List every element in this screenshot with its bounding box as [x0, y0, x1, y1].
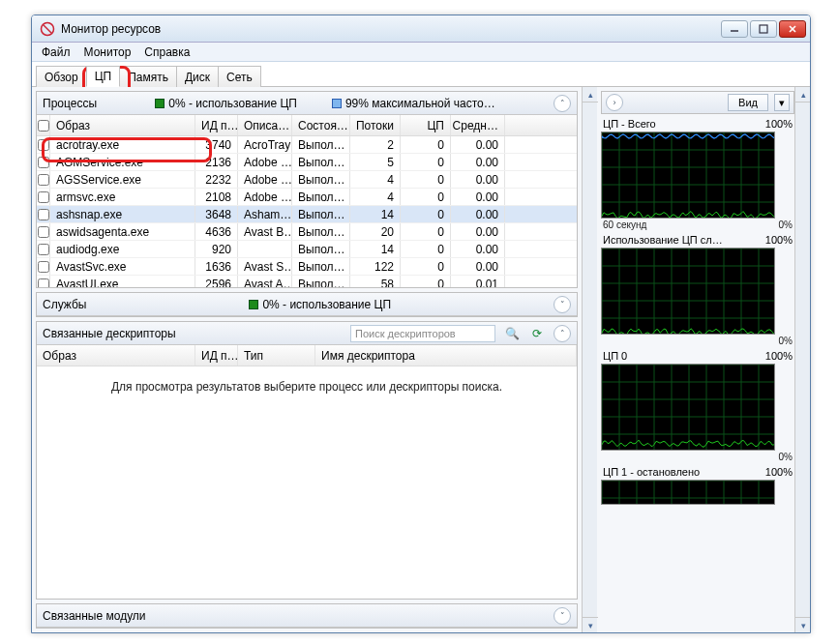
cell-avg: 0.00: [451, 171, 505, 188]
cell-status: Выпол…: [292, 154, 350, 170]
chart-block: Использование ЦП сл…100%0%: [601, 234, 794, 346]
col-pid[interactable]: ИД п…: [195, 115, 238, 135]
table-row[interactable]: acrotray.exe3740AcroTrayВыпол…200.00: [37, 136, 577, 154]
select-all-checkbox[interactable]: [38, 120, 49, 132]
col-cpu[interactable]: ЦП: [401, 115, 451, 135]
chart-title: ЦП 1 - остановлено: [603, 466, 700, 478]
chart-footer-right: 0%: [779, 336, 793, 346]
row-checkbox[interactable]: [37, 276, 50, 287]
collapse-handles-button[interactable]: ˄: [554, 325, 571, 342]
vertical-scrollbar-left[interactable]: ▴ ▾: [582, 87, 597, 632]
expand-services-button[interactable]: ˅: [554, 296, 571, 313]
col-avg[interactable]: Средн…: [451, 115, 505, 135]
close-button[interactable]: [779, 20, 806, 38]
menu-file[interactable]: Файл: [42, 45, 71, 59]
tab-overview[interactable]: Обзор: [36, 66, 87, 87]
modules-header[interactable]: Связанные модули ˅: [37, 604, 577, 628]
table-row[interactable]: audiodg.exe920Выпол…1400.00: [37, 241, 577, 258]
processes-header[interactable]: Процессы 0% - использование ЦП 99% макси…: [37, 92, 577, 115]
handles-title: Связанные дескрипторы: [43, 327, 176, 340]
row-checkbox[interactable]: [37, 241, 50, 257]
tab-cpu[interactable]: ЦП: [86, 66, 121, 87]
row-checkbox[interactable]: [37, 206, 50, 222]
charts-collapse-button[interactable]: ›: [606, 94, 623, 111]
chart-title: Использование ЦП сл…: [603, 234, 723, 246]
view-button[interactable]: Вид: [728, 94, 768, 111]
handles-search-input[interactable]: [350, 325, 495, 342]
cell-desc: Avast B…: [238, 223, 292, 240]
app-icon: [40, 21, 55, 37]
table-row[interactable]: AGMService.exe2136Adobe …Выпол…500.00: [37, 154, 577, 171]
tab-memory[interactable]: Память: [119, 66, 177, 87]
chart-block: ЦП 1 - остановлено100%: [601, 466, 794, 505]
refresh-icon[interactable]: ⟳: [528, 325, 546, 342]
table-row[interactable]: AGSService.exe2232Adobe …Выпол…400.00: [37, 171, 577, 189]
maximize-button[interactable]: [750, 20, 777, 38]
row-checkbox[interactable]: [37, 223, 50, 240]
col-description[interactable]: Описа…: [238, 115, 292, 135]
cell-threads: 4: [350, 171, 401, 188]
menu-monitor[interactable]: Монитор: [84, 45, 132, 59]
scroll-up-icon[interactable]: ▴: [583, 87, 598, 102]
cell-status: Выпол…: [292, 258, 350, 275]
col-image[interactable]: Образ: [50, 115, 195, 135]
scroll-down-icon[interactable]: ▾: [583, 617, 598, 632]
cell-desc: Avast A…: [238, 276, 292, 287]
tab-disk[interactable]: Диск: [176, 66, 219, 87]
col-threads[interactable]: Потоки: [350, 115, 401, 135]
table-row[interactable]: AvastUI.exe2596Avast A…Выпол…5800.01: [37, 276, 577, 287]
row-checkbox[interactable]: [37, 258, 50, 275]
table-row[interactable]: aswidsagenta.exe4636Avast B…Выпол…2000.0…: [37, 223, 577, 241]
cell-desc: [238, 241, 292, 257]
cell-cpu: 0: [401, 171, 451, 188]
cell-cpu: 0: [401, 136, 451, 153]
scroll-down-icon[interactable]: ▾: [795, 617, 811, 632]
cell-avg: 0.00: [451, 136, 505, 153]
col-status[interactable]: Состоя…: [292, 115, 350, 135]
cell-desc: Adobe …: [238, 154, 292, 170]
hcol-image[interactable]: Образ: [37, 345, 195, 366]
tab-network[interactable]: Сеть: [218, 66, 261, 87]
row-checkbox[interactable]: [37, 171, 50, 188]
window-title: Монитор ресурсов: [61, 22, 721, 36]
vertical-scrollbar-right[interactable]: ▴ ▾: [794, 87, 810, 632]
chart-right-label: 100%: [765, 350, 793, 362]
services-panel: Службы 0% - использование ЦП ˅: [36, 292, 578, 317]
cell-avg: 0.00: [451, 206, 505, 222]
collapse-processes-button[interactable]: ˄: [554, 95, 571, 112]
menu-help[interactable]: Справка: [144, 45, 190, 59]
hcol-pid[interactable]: ИД п…: [195, 345, 238, 366]
handles-header[interactable]: Связанные дескрипторы 🔍 ⟳ ˄: [37, 322, 577, 345]
charts-pane: › Вид ▾ ЦП - Всего100%60 секунд0%Использ…: [597, 87, 794, 632]
table-row[interactable]: AvastSvc.exe1636Avast S…Выпол…12200.00: [37, 258, 577, 276]
titlebar[interactable]: Монитор ресурсов: [32, 15, 810, 43]
scroll-up-icon[interactable]: ▴: [795, 87, 811, 102]
chart-canvas: [601, 364, 775, 451]
view-dropdown-button[interactable]: ▾: [774, 94, 790, 111]
cell-threads: 58: [350, 276, 401, 287]
cell-avg: 0.00: [451, 241, 505, 257]
charts-header: › Вид ▾: [601, 91, 794, 114]
cell-status: Выпол…: [292, 136, 350, 153]
cell-pid: 2596: [195, 276, 238, 287]
table-row[interactable]: ashsnap.exe3648Asham…Выпол…1400.00: [37, 206, 577, 223]
hcol-type[interactable]: Тип: [238, 345, 315, 366]
col-checkbox[interactable]: [37, 115, 50, 135]
row-checkbox[interactable]: [37, 136, 50, 153]
table-row[interactable]: armsvc.exe2108Adobe …Выпол…400.00: [37, 189, 577, 206]
search-icon[interactable]: 🔍: [503, 325, 521, 342]
hcol-name[interactable]: Имя дескриптора: [315, 345, 577, 366]
minimize-button[interactable]: [721, 20, 748, 38]
cell-image: AGMService.exe: [50, 154, 195, 170]
cell-desc: Adobe …: [238, 171, 292, 188]
row-checkbox[interactable]: [37, 189, 50, 205]
cell-pid: 4636: [195, 223, 238, 240]
chart-right-label: 100%: [765, 234, 793, 246]
expand-modules-button[interactable]: ˅: [554, 607, 571, 625]
services-header[interactable]: Службы 0% - использование ЦП ˅: [37, 293, 577, 316]
svg-rect-3: [760, 25, 767, 33]
chart-canvas: [601, 248, 775, 335]
row-checkbox[interactable]: [37, 154, 50, 170]
processes-rows: acrotray.exe3740AcroTrayВыпол…200.00AGMS…: [37, 136, 577, 287]
chart-right-label: 100%: [765, 466, 793, 478]
